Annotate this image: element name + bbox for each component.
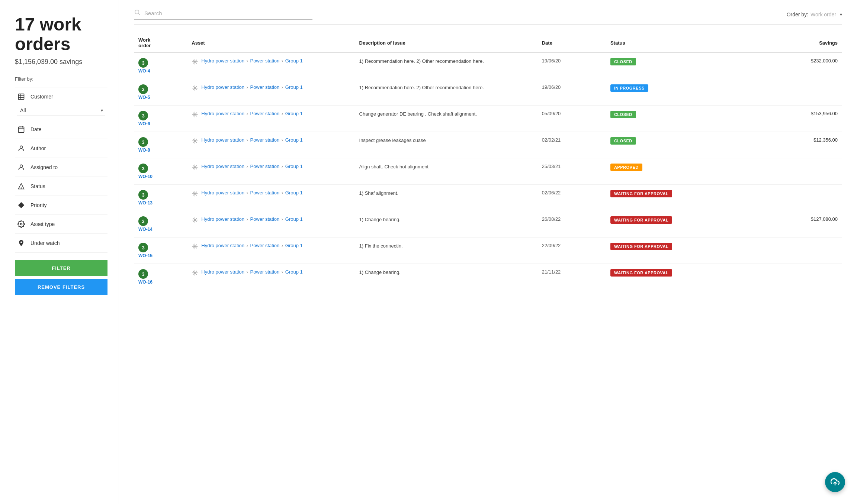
asset-site-link[interactable]: Hydro power station bbox=[201, 243, 244, 248]
date-cell: 19/06/20 bbox=[537, 52, 606, 79]
order-by-control[interactable]: Order by: Work order ▾ bbox=[787, 12, 842, 17]
asset-separator: › bbox=[282, 243, 285, 248]
wo-id[interactable]: WO-4 bbox=[138, 68, 150, 74]
table-row[interactable]: 3 WO-14 Hydro power station › Power stat… bbox=[134, 211, 842, 238]
asset-group-link[interactable]: Group 1 bbox=[285, 190, 303, 196]
asset-site-link[interactable]: Hydro power station bbox=[201, 137, 244, 143]
filter-item-asset-type[interactable]: Asset type bbox=[15, 215, 107, 234]
table-row[interactable]: 3 WO-4 Hydro power station › Power stati… bbox=[134, 52, 842, 79]
svg-point-13 bbox=[20, 223, 22, 225]
asset-group-link[interactable]: Group 1 bbox=[285, 137, 303, 143]
asset-sub-link[interactable]: Power station bbox=[250, 216, 279, 222]
asset-links: Hydro power station › Power station › Gr… bbox=[201, 111, 303, 116]
col-header-wo: Workorder bbox=[134, 33, 187, 52]
description-text: Inspect grease leakages cuase bbox=[359, 138, 426, 143]
table-row[interactable]: 3 WO-8 Hydro power station › Power stati… bbox=[134, 132, 842, 158]
customer-select-wrapper[interactable]: All Customer A Customer B ▾ bbox=[17, 105, 105, 116]
asset-site-link[interactable]: Hydro power station bbox=[201, 164, 244, 169]
asset-group-link[interactable]: Group 1 bbox=[285, 243, 303, 248]
asset-group-link[interactable]: Group 1 bbox=[285, 84, 303, 90]
asset-sub-link[interactable]: Power station bbox=[250, 137, 279, 143]
table-row[interactable]: 3 WO-16 Hydro power station › Power stat… bbox=[134, 264, 842, 290]
asset-group-link[interactable]: Group 1 bbox=[285, 58, 303, 64]
asset-site-link[interactable]: Hydro power station bbox=[201, 111, 244, 116]
author-person-icon bbox=[17, 144, 25, 152]
filter-item-under-watch[interactable]: Under watch bbox=[15, 234, 107, 253]
table-row[interactable]: 3 WO-5 Hydro power station › Power stati… bbox=[134, 79, 842, 106]
description-cell: 1) Change bearing. bbox=[355, 211, 537, 238]
asset-cell: Hydro power station › Power station › Gr… bbox=[187, 132, 354, 158]
table-row[interactable]: 3 WO-6 Hydro power station › Power stati… bbox=[134, 106, 842, 132]
filter-author-label: Author bbox=[31, 145, 46, 151]
table-row[interactable]: 3 WO-13 Hydro power station › Power stat… bbox=[134, 185, 842, 211]
table-row[interactable]: 3 WO-15 Hydro power station › Power stat… bbox=[134, 238, 842, 264]
filter-item-date[interactable]: Date bbox=[15, 120, 107, 139]
asset-sub-link[interactable]: Power station bbox=[250, 190, 279, 196]
customer-filter-header[interactable]: Customer bbox=[17, 90, 105, 105]
asset-group-link[interactable]: Group 1 bbox=[285, 111, 303, 116]
svg-line-15 bbox=[138, 13, 140, 15]
asset-cell: Hydro power station › Power station › Gr… bbox=[187, 264, 354, 290]
asset-separator: › bbox=[282, 269, 285, 275]
svg-marker-12 bbox=[18, 202, 25, 208]
work-orders-table: Workorder Asset Description of issue Dat… bbox=[134, 33, 842, 290]
wo-id[interactable]: WO-16 bbox=[138, 280, 153, 285]
filter-item-status[interactable]: Status bbox=[15, 177, 107, 196]
topbar: Order by: Work order ▾ bbox=[134, 9, 842, 25]
asset-sub-link[interactable]: Power station bbox=[250, 269, 279, 275]
filter-item-author[interactable]: Author bbox=[15, 139, 107, 158]
filter-section: Customer All Customer A Customer B ▾ bbox=[15, 87, 107, 253]
asset-group-link[interactable]: Group 1 bbox=[285, 216, 303, 222]
filter-button[interactable]: FILTER bbox=[15, 260, 107, 276]
filter-item-assigned-to[interactable]: Assigned to bbox=[15, 158, 107, 177]
wo-id[interactable]: WO-15 bbox=[138, 253, 153, 258]
asset-sub-link[interactable]: Power station bbox=[250, 58, 279, 64]
asset-site-link[interactable]: Hydro power station bbox=[201, 190, 244, 196]
asset-group-link[interactable]: Group 1 bbox=[285, 164, 303, 169]
wo-id[interactable]: WO-10 bbox=[138, 174, 153, 179]
col-header-desc: Description of issue bbox=[355, 33, 537, 52]
asset-separator: › bbox=[247, 84, 250, 90]
asset-site-link[interactable]: Hydro power station bbox=[201, 216, 244, 222]
customer-select[interactable]: All Customer A Customer B bbox=[17, 105, 105, 116]
status-cell: WAITING FOR APPROVAL bbox=[606, 264, 751, 290]
wo-id[interactable]: WO-14 bbox=[138, 227, 153, 232]
asset-sub-link[interactable]: Power station bbox=[250, 111, 279, 116]
remove-filters-button[interactable]: REMOVE FILTERS bbox=[15, 279, 107, 295]
search-wrapper[interactable] bbox=[134, 9, 312, 20]
savings-cell bbox=[751, 158, 842, 185]
wo-id[interactable]: WO-6 bbox=[138, 121, 150, 126]
asset-group-link[interactable]: Group 1 bbox=[285, 269, 303, 275]
search-input[interactable] bbox=[144, 10, 312, 16]
search-icon bbox=[134, 9, 141, 17]
gear-icon bbox=[17, 220, 25, 228]
asset-separator: › bbox=[247, 111, 250, 116]
asset-separator: › bbox=[247, 137, 250, 143]
asset-site-link[interactable]: Hydro power station bbox=[201, 58, 244, 64]
asset-separator: › bbox=[247, 164, 250, 169]
asset-sub-link[interactable]: Power station bbox=[250, 243, 279, 248]
description-cell: Align shaft. Check hot alignment bbox=[355, 158, 537, 185]
asset-separator: › bbox=[282, 84, 285, 90]
savings-cell: $12,356.00 bbox=[751, 132, 842, 158]
asset-sub-link[interactable]: Power station bbox=[250, 164, 279, 169]
description-cell: 1) Recommendation here. 2) Other recomme… bbox=[355, 52, 537, 79]
date-value: 02/06/22 bbox=[542, 190, 561, 196]
asset-site-link[interactable]: Hydro power station bbox=[201, 269, 244, 275]
asset-site-link[interactable]: Hydro power station bbox=[201, 84, 244, 90]
wo-id[interactable]: WO-13 bbox=[138, 200, 153, 206]
wo-badge: 3 bbox=[138, 111, 148, 120]
date-value: 22/09/22 bbox=[542, 243, 561, 248]
upload-fab-button[interactable] bbox=[825, 472, 845, 492]
asset-separator: › bbox=[282, 164, 285, 169]
savings-cell bbox=[751, 238, 842, 264]
asset-separator: › bbox=[247, 190, 250, 196]
table-row[interactable]: 3 WO-10 Hydro power station › Power stat… bbox=[134, 158, 842, 185]
chevron-down-icon: ▾ bbox=[840, 12, 842, 17]
filter-item-priority[interactable]: Priority bbox=[15, 196, 107, 215]
status-badge: WAITING FOR APPROVAL bbox=[610, 216, 672, 224]
date-cell: 26/08/22 bbox=[537, 211, 606, 238]
wo-id[interactable]: WO-8 bbox=[138, 148, 150, 153]
wo-id[interactable]: WO-5 bbox=[138, 95, 150, 100]
asset-sub-link[interactable]: Power station bbox=[250, 84, 279, 90]
